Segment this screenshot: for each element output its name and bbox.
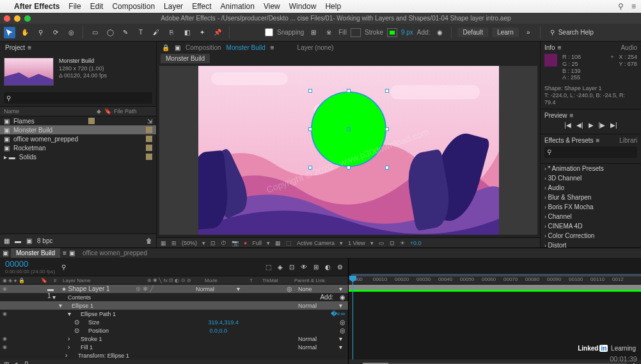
view-opt2-icon[interactable]: ⊡ xyxy=(390,240,395,246)
layer-row[interactable]: ◉▾ ▬ 1★ Shape Layer 1⊕ ✱ ╱Normal▾◎None▾ xyxy=(0,285,348,293)
label-icon[interactable]: ◆ xyxy=(97,108,101,115)
panel-menu-icon[interactable]: ≡ xyxy=(596,137,600,144)
interpret-icon[interactable]: ▦ xyxy=(4,237,10,244)
time-ruler[interactable]: 0000 00010 00020 00030 00040 00050 00060… xyxy=(349,276,641,285)
layer-prop[interactable]: ◉›Fill 1Normal▾ xyxy=(0,343,348,351)
alpha-icon[interactable]: ▦ xyxy=(161,240,166,246)
effect-category[interactable]: › * Animation Presets xyxy=(541,164,641,173)
effect-category[interactable]: › Channel xyxy=(541,212,641,221)
shape-ellipse[interactable] xyxy=(311,91,386,167)
layer-prop[interactable]: ▾ContentsAdd:◉ xyxy=(0,293,348,301)
selection-tool[interactable] xyxy=(4,27,15,38)
brush-tool[interactable]: 🖌 xyxy=(150,27,162,38)
effect-category[interactable]: › 3D Channel xyxy=(541,173,641,183)
effect-category[interactable]: › Blur & Sharpen xyxy=(541,193,641,202)
transform-handle[interactable] xyxy=(385,166,389,170)
fill-swatch[interactable] xyxy=(351,28,361,37)
frame-blend-icon[interactable]: ⊞ xyxy=(313,264,319,271)
workspace-default[interactable]: Default xyxy=(457,28,488,37)
rotate-tool[interactable]: ◎ xyxy=(65,27,77,38)
comp-thumbnail[interactable] xyxy=(4,58,54,86)
project-item[interactable]: ▣Rocketman xyxy=(0,143,156,152)
menu-window[interactable]: Window xyxy=(289,2,317,11)
menu-help[interactable]: Help xyxy=(325,2,341,11)
exposure-icon[interactable]: ☀ xyxy=(400,240,405,246)
trash-icon[interactable]: 🗑 xyxy=(146,237,152,244)
transparency-icon[interactable]: ▦ xyxy=(275,240,281,246)
panel-menu-icon[interactable]: ≡ xyxy=(28,44,31,51)
res-icon[interactable]: ⊡ xyxy=(210,240,216,246)
roto-tool[interactable]: ✦ xyxy=(196,27,208,38)
menu-animation[interactable]: Animation xyxy=(221,2,255,11)
workspace-more-icon[interactable]: » xyxy=(523,27,534,38)
view-count[interactable]: 1 View xyxy=(348,240,365,246)
snapshot-icon[interactable]: 📷 xyxy=(232,240,239,246)
grid-icon[interactable]: ⊞ xyxy=(171,240,177,246)
layer-prop[interactable]: ◉▾Ellipse Path 1�≈⋍ xyxy=(0,310,348,318)
transform-handle[interactable] xyxy=(347,166,351,170)
channel-icon[interactable]: ● xyxy=(244,240,247,246)
snap-opt-icon[interactable]: ⊞ xyxy=(308,27,319,38)
project-search[interactable]: ⚲ xyxy=(4,92,152,104)
info-title[interactable]: Info xyxy=(544,44,555,51)
search-icon[interactable]: ⚲ xyxy=(618,2,624,11)
stroke-swatch[interactable] xyxy=(387,28,397,37)
panel-menu-icon[interactable]: ≡ xyxy=(558,44,562,51)
transform-handle[interactable] xyxy=(347,89,351,93)
exposure-value[interactable]: +0.0 xyxy=(410,240,422,246)
layer-panel-label[interactable]: Layer (none) xyxy=(297,44,334,51)
transform-handle[interactable] xyxy=(385,89,389,93)
project-item[interactable]: ▣office women_prepped xyxy=(0,134,156,143)
layer-prop[interactable]: ⊙Position0.0,0.0◎ xyxy=(0,326,348,335)
layer-prop[interactable]: ◉›Stroke 1Normal▾ xyxy=(0,335,348,343)
add-button[interactable]: ◉ xyxy=(340,294,345,301)
clone-tool[interactable]: ⎘ xyxy=(166,27,177,38)
hand-tool[interactable]: ✋ xyxy=(19,27,31,38)
menu-extras-icon[interactable]: ≡ xyxy=(631,2,636,11)
menu-composition[interactable]: Composition xyxy=(112,2,155,11)
project-item[interactable]: ▸ ▬Solids xyxy=(0,152,156,161)
zoom-slider[interactable]: ▬ ▲ xyxy=(349,360,641,364)
effect-category[interactable]: › Audio xyxy=(541,183,641,193)
panel-menu-icon[interactable]: ≡ xyxy=(63,249,67,257)
menu-effect[interactable]: Effect xyxy=(192,2,211,11)
menu-edit[interactable]: Edit xyxy=(90,2,104,11)
dropdown-icon[interactable]: ▾ xyxy=(202,240,205,246)
graph-editor-icon[interactable]: ⬚ xyxy=(265,264,271,271)
comp-name[interactable]: Monster Build xyxy=(226,44,265,51)
layer-prop[interactable]: ›Transform: Ellipse 1 xyxy=(0,351,348,360)
flow-icon[interactable]: ⇲ xyxy=(147,118,152,125)
toggle-in-out-icon[interactable]: {} xyxy=(24,361,29,365)
zoom-level[interactable]: (50%) xyxy=(182,240,197,246)
transform-handle[interactable] xyxy=(385,127,389,131)
motion-blur-icon[interactable]: ◐ xyxy=(325,264,331,271)
audio-tab[interactable]: Audio xyxy=(621,44,637,51)
pickwhip-icon[interactable]: ◎ xyxy=(340,319,345,326)
maximize-window-button[interactable] xyxy=(24,15,31,22)
minimize-window-button[interactable] xyxy=(14,15,20,22)
composition-viewer[interactable]: Copyright © 2020 - www.p30download.com xyxy=(159,66,537,235)
draft3d-icon[interactable]: ⊡ xyxy=(289,264,294,271)
view-opt-icon[interactable]: ▭ xyxy=(379,240,384,246)
ellipse-tool[interactable]: ◯ xyxy=(104,27,116,38)
dropdown-icon[interactable]: ▾ xyxy=(267,240,270,246)
orbit-tool[interactable]: ⟳ xyxy=(50,27,61,38)
playhead[interactable] xyxy=(352,276,353,364)
project-item[interactable]: ▣Flames⇲ xyxy=(0,116,156,125)
preview-title[interactable]: Preview xyxy=(544,112,567,119)
type-tool[interactable]: T xyxy=(135,27,146,38)
play-button[interactable]: ▶ xyxy=(589,122,594,129)
work-area[interactable] xyxy=(351,274,641,276)
effects-search[interactable]: ⚲ xyxy=(544,146,637,158)
next-frame-button[interactable]: |▶ xyxy=(599,122,606,129)
pen-tool[interactable]: ✎ xyxy=(120,27,131,38)
prev-frame-button[interactable]: ◀| xyxy=(576,122,583,129)
effect-category[interactable]: › Boris FX Mocha xyxy=(541,202,641,212)
dropdown-icon[interactable]: ▾ xyxy=(340,240,343,246)
comp-flowchart-icon[interactable]: ◈ xyxy=(278,264,283,271)
timeline-tab[interactable]: office women_prepped xyxy=(77,248,152,258)
puppet-tool[interactable]: 📌 xyxy=(212,27,223,38)
dropdown-icon[interactable]: ▾ xyxy=(370,240,374,246)
stroke-width[interactable]: 9 px xyxy=(401,29,413,36)
snapping-checkbox[interactable] xyxy=(265,28,273,36)
